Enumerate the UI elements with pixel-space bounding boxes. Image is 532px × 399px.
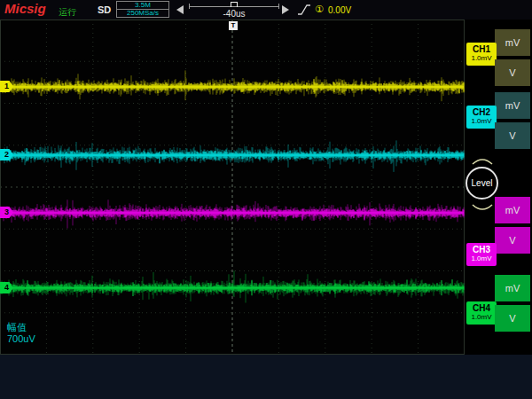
ch3-v-button[interactable]: V (495, 227, 530, 254)
measure-label: 幅值 (7, 321, 27, 334)
trigger-time-flag[interactable]: T (229, 21, 238, 30)
ch4-badge[interactable]: CH4 1.0mV (466, 301, 497, 325)
hpos-right-arrow-icon[interactable] (282, 5, 289, 14)
level-up-arrow-icon[interactable] (471, 156, 494, 166)
ch4-mv-button[interactable]: mV (495, 275, 530, 301)
hpos-left-arrow-icon[interactable] (176, 5, 184, 14)
ch3-mv-button[interactable]: mV (495, 197, 530, 223)
bottom-toolbar: 微调 快速 保存 s 1ms ns CH1 光标 光标 13: (0, 355, 532, 399)
level-knob[interactable]: Level (466, 167, 498, 200)
ch1-badge[interactable]: CH1 1.0mV (466, 43, 497, 66)
run-status: 运行 (59, 6, 76, 19)
measure-value: 700uV (7, 333, 35, 344)
hpos-ruler-right-tick (278, 4, 279, 9)
ch2-v-button[interactable]: V (495, 122, 530, 149)
ch2-badge-scale: 1.0mV (466, 117, 497, 126)
trigger-position-marker[interactable] (231, 2, 238, 7)
acquisition-info[interactable]: 3.5M 250MSa/s (116, 1, 169, 18)
ch2-badge-name: CH2 (466, 107, 497, 117)
brand-logo: Micsig (4, 1, 46, 16)
sample-rate: 250MSa/s (117, 10, 168, 17)
ch3-badge[interactable]: CH3 1.0mV (466, 243, 497, 266)
ch2-badge[interactable]: CH2 1.0mV (466, 106, 497, 129)
ch1-badge-name: CH1 (466, 44, 497, 54)
ch4-badge-scale: 1.0mV (466, 313, 497, 322)
ch1-mv-button[interactable]: mV (495, 29, 530, 56)
level-down-arrow-icon[interactable] (471, 203, 494, 213)
waveform-display: T 1 2 3 4 幅值 700uV (0, 20, 465, 355)
ch3-badge-name: CH3 (466, 245, 497, 254)
ch3-badge-scale: 1.0mV (466, 254, 497, 263)
ch1-v-button[interactable]: V (495, 59, 530, 86)
waveform-traces (0, 20, 465, 355)
ch4-badge-name: CH4 (466, 303, 497, 313)
hpos-value: -40us (199, 9, 270, 19)
trigger-slope-icon (296, 2, 312, 18)
sd-indicator: SD (98, 4, 111, 15)
top-status-bar: Micsig 运行 SD 3.5M 250MSa/s -40us ① 0.00V (0, 0, 532, 20)
ch4-v-button[interactable]: V (495, 305, 530, 332)
trigger-level: 0.00V (328, 5, 351, 15)
oscilloscope-screen: Micsig 运行 SD 3.5M 250MSa/s -40us ① 0.00V… (0, 0, 532, 399)
ch1-badge-scale: 1.0mV (466, 54, 497, 63)
trigger-source: ① (315, 4, 324, 15)
hpos-ruler-left-tick (189, 4, 190, 9)
ch2-mv-button[interactable]: mV (495, 92, 530, 119)
